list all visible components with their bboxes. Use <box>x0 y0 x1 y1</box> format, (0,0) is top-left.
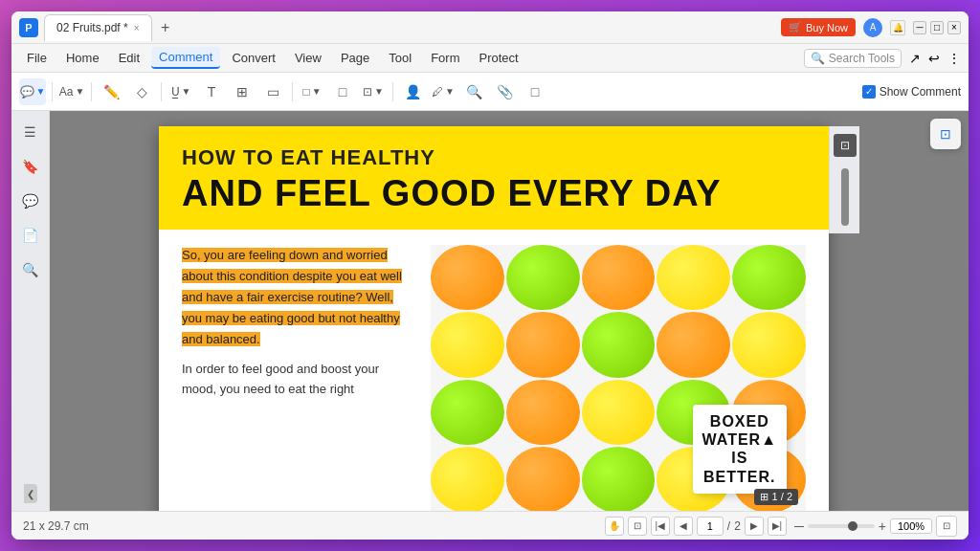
toolbar-sep-3 <box>161 82 162 101</box>
area-highlight-tool[interactable]: 🔍 <box>460 78 487 105</box>
toolbar-sep-4 <box>292 82 293 101</box>
menu-protect[interactable]: Protect <box>471 48 525 68</box>
sidebar-bookmark-icon[interactable]: 🔖 <box>17 153 44 180</box>
note-tool[interactable]: □ <box>522 78 548 105</box>
minimize-button[interactable]: ─ <box>913 21 926 34</box>
fruit-lime-4 <box>431 380 504 446</box>
zoom-percent-input[interactable] <box>890 518 932 534</box>
active-tab[interactable]: 02 Fruits.pdf * × <box>44 14 152 41</box>
sidebar-comment-icon[interactable]: 💬 <box>17 187 44 214</box>
sidebar-right: ⊡ <box>829 126 859 233</box>
pdf-header: HOW TO EAT HEALTHY AND FEEL GOOD EVERY D… <box>159 126 829 230</box>
menu-convert[interactable]: Convert <box>224 48 283 68</box>
prev-page-button[interactable]: ◀ <box>674 517 693 536</box>
eraser-tool[interactable]: ◇ <box>128 78 155 105</box>
main-area: ☰ 🔖 💬 📄 🔍 ❮ ⊡ HOW TO EAT HEALTHY AND FEE… <box>11 111 969 511</box>
nav-forward-icon[interactable]: ↩ <box>928 51 940 66</box>
markup-dropdown[interactable]: 🖊 ▼ <box>430 78 457 105</box>
menu-view[interactable]: View <box>287 48 329 68</box>
stamp-dropdown[interactable]: ⊡ ▼ <box>360 78 387 105</box>
toolbar-sep-1 <box>52 82 53 101</box>
fruit-orange-1 <box>431 245 504 311</box>
fit-page-button[interactable]: ⊡ <box>936 516 957 537</box>
callout-tool[interactable]: ▭ <box>259 78 286 105</box>
fruit-lime-6 <box>582 447 656 511</box>
first-page-button[interactable]: |◀ <box>651 517 670 536</box>
new-tab-button[interactable]: + <box>154 16 177 39</box>
sidebar-page-icon[interactable]: 📄 <box>17 222 44 249</box>
sidebar-collapse-button[interactable]: ❮ <box>24 484 37 503</box>
restore-button[interactable]: □ <box>930 21 944 34</box>
fruit-orange-7 <box>506 447 580 511</box>
hand-tool-button[interactable]: ✋ <box>605 517 624 536</box>
zoom-slider[interactable] <box>808 524 875 528</box>
last-page-button[interactable]: ▶| <box>768 517 787 536</box>
menu-edit[interactable]: Edit <box>111 48 147 68</box>
right-tool-btn[interactable]: ⊡ <box>834 134 857 157</box>
zoom-out-button[interactable]: ─ <box>794 518 804 534</box>
sidebar-thumbnail-icon[interactable]: ☰ <box>17 119 44 145</box>
notifications-icon[interactable]: 🔔 <box>890 20 905 35</box>
close-button[interactable]: × <box>947 21 961 34</box>
shape-dropdown[interactable]: □ ▼ <box>299 78 325 105</box>
menu-home[interactable]: Home <box>58 48 107 68</box>
scroll-thumb[interactable] <box>841 168 849 226</box>
show-comment-checkbox[interactable]: ✓ <box>862 85 876 99</box>
buy-now-button[interactable]: 🛒 Buy Now <box>781 18 856 36</box>
highlighted-text: So, you are feeling down and worried abo… <box>182 248 402 346</box>
font-tool-dropdown[interactable]: Aa ▼ <box>58 78 85 105</box>
app-icon: P <box>19 18 38 37</box>
boxed-water-line4: BETTER. <box>702 468 777 486</box>
attach-file-tool[interactable]: 👤 <box>399 78 426 105</box>
page-dimensions: 21 x 29.7 cm <box>23 519 89 533</box>
nav-back-icon[interactable]: ↗ <box>909 51 921 66</box>
menu-form[interactable]: Form <box>423 48 467 68</box>
menu-tool[interactable]: Tool <box>381 48 419 68</box>
underline-dropdown[interactable]: U̲ ▼ <box>167 78 194 105</box>
fruit-orange-3 <box>506 312 580 378</box>
share-button[interactable]: ⊡ <box>930 119 961 149</box>
page-number-input[interactable] <box>697 517 724 536</box>
user-avatar[interactable]: A <box>863 18 882 37</box>
zoom-in-button[interactable]: + <box>879 518 886 534</box>
fruit-lime-3 <box>582 312 656 378</box>
search-icon: 🔍 <box>811 52 825 65</box>
fruit-lemon-5 <box>431 447 504 511</box>
marquee-zoom-button[interactable]: ⊡ <box>628 517 647 536</box>
show-comment-toggle[interactable]: ✓ Show Comment <box>862 85 961 99</box>
fruit-orange-4 <box>657 312 730 378</box>
pdf-viewer[interactable]: ⊡ HOW TO EAT HEALTHY AND FEEL GOOD EVERY… <box>50 111 969 511</box>
tab-close-button[interactable]: × <box>134 23 140 33</box>
page-badge: ⊞ 1 / 2 <box>754 489 798 505</box>
draw-tool[interactable]: ✏️ <box>98 78 124 105</box>
app-window: P 02 Fruits.pdf * × + 🛒 Buy Now A 🔔 ─ □ … <box>11 11 969 540</box>
stamp-tool[interactable]: □ <box>329 78 356 105</box>
page-badge-text: 1 / 2 <box>772 491 792 502</box>
search-tools[interactable]: 🔍 Search Tools <box>804 49 902 68</box>
pdf-text-column: So, you are feeling down and worried abo… <box>182 245 412 511</box>
more-options-icon[interactable]: ⋮ <box>947 51 961 66</box>
toolbar-sep-2 <box>91 82 92 101</box>
fruit-lime-1 <box>506 245 580 311</box>
menu-file[interactable]: File <box>19 48 55 68</box>
menu-comment[interactable]: Comment <box>151 47 220 69</box>
page-navigation: ✋ ⊡ |◀ ◀ / 2 ▶ ▶| <box>605 517 787 536</box>
title-bar-left: P 02 Fruits.pdf * × + <box>19 14 177 41</box>
text-box-tool[interactable]: ⊞ <box>229 78 256 105</box>
comment-tool-dropdown[interactable]: 💬 ▼ <box>19 78 46 105</box>
attachment-tool[interactable]: 📎 <box>491 78 518 105</box>
toolbar-sep-5 <box>392 82 393 101</box>
sidebar-search-icon[interactable]: 🔍 <box>17 256 44 283</box>
boxed-water-line1: BOXED <box>702 412 777 430</box>
pdf-page: HOW TO EAT HEALTHY AND FEEL GOOD EVERY D… <box>159 126 829 511</box>
menu-page[interactable]: Page <box>333 48 377 68</box>
fruit-lime-2 <box>732 245 806 311</box>
title-bar: P 02 Fruits.pdf * × + 🛒 Buy Now A 🔔 ─ □ … <box>11 11 969 44</box>
text-tool[interactable]: T <box>198 78 225 105</box>
zoom-slider-handle[interactable] <box>848 521 858 531</box>
next-page-button[interactable]: ▶ <box>745 517 764 536</box>
menu-bar: File Home Edit Comment Convert View Page… <box>11 44 969 73</box>
fruit-lemon-4 <box>582 380 656 446</box>
fruit-orange-2 <box>582 245 656 311</box>
fruit-image: BOXED WATER▲ IS BETTER. <box>431 245 806 511</box>
